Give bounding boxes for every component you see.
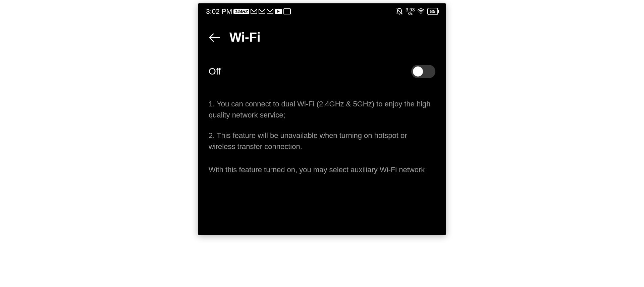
refresh-rate-badge: 144HZ: [233, 9, 249, 14]
info-line-1: 1. You can connect to dual Wi-Fi (2.4GHz…: [209, 98, 435, 121]
toggle-knob: [413, 66, 423, 77]
status-left: 3:02 PM 144HZ: [206, 7, 291, 15]
page-header: Wi-Fi: [198, 19, 446, 51]
status-right: 3.93 K/s 85: [396, 7, 438, 15]
svg-rect-1: [284, 9, 290, 14]
back-arrow-icon[interactable]: [209, 33, 220, 42]
wifi-toggle[interactable]: [411, 65, 435, 78]
wifi-state-label: Off: [209, 66, 221, 77]
net-speed-unit: K/s: [408, 12, 413, 15]
gmail-icon: [251, 9, 257, 14]
gmail-icon: [259, 9, 265, 14]
wifi-toggle-row: Off: [198, 51, 446, 85]
phone-screen: 3:02 PM 144HZ 3.93 K/s: [198, 3, 446, 235]
svg-point-3: [421, 13, 422, 14]
network-speed: 3.93 K/s: [406, 7, 415, 15]
clock-time: 3:02 PM: [206, 7, 232, 15]
battery-indicator: 85: [427, 8, 438, 15]
info-section: 1. You can connect to dual Wi-Fi (2.4GHz…: [198, 85, 446, 175]
dnd-icon: [396, 8, 403, 15]
gmail-icon: [267, 9, 273, 14]
youtube-icon: [275, 9, 282, 14]
info-line-3: With this feature turned on, you may sel…: [209, 164, 435, 175]
cast-icon: [283, 8, 291, 14]
wifi-icon: [417, 8, 425, 14]
page-title: Wi-Fi: [229, 30, 261, 45]
info-line-2: 2. This feature will be unavailable when…: [209, 130, 435, 152]
net-speed-value: 3.93: [406, 7, 415, 12]
status-bar: 3:02 PM 144HZ 3.93 K/s: [198, 3, 446, 19]
